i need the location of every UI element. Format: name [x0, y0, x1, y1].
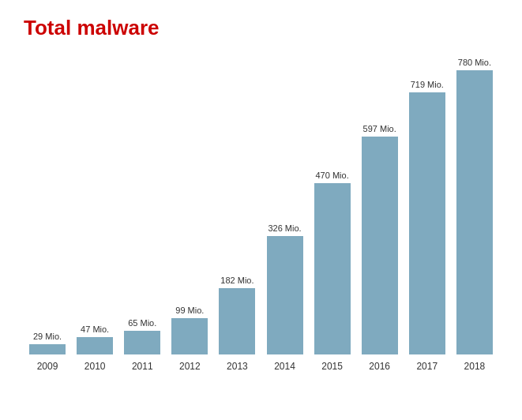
bar-year-label-2016: 2016	[369, 361, 390, 372]
bar-year-label-2017: 2017	[416, 361, 438, 372]
bar-value-label-2015: 470 Mio.	[316, 171, 349, 180]
chart-title: Total malware	[24, 16, 506, 40]
bar-2013	[219, 288, 255, 354]
bar-value-label-2017: 719 Mio.	[411, 80, 444, 89]
bar-2017	[409, 92, 445, 354]
bar-year-label-2013: 2013	[227, 361, 248, 372]
bar-year-label-2009: 2009	[37, 361, 58, 372]
bar-value-label-2014: 326 Mio.	[268, 223, 301, 233]
bar-value-label-2016: 597 Mio.	[363, 124, 396, 133]
bar-value-label-2013: 182 Mio.	[220, 276, 253, 285]
bar-2012	[171, 318, 208, 354]
bar-year-label-2011: 2011	[132, 361, 153, 372]
bar-group-2015: 470 Mio.2015	[309, 56, 356, 372]
bar-year-label-2015: 2015	[321, 361, 343, 372]
bar-group-2014: 326 Mio.2014	[261, 56, 308, 372]
bar-2011	[124, 331, 160, 354]
bar-2009	[29, 344, 66, 354]
bar-group-2017: 719 Mio.2017	[404, 56, 451, 372]
bar-group-2010: 47 Mio.2010	[71, 56, 118, 372]
bar-value-label-2012: 99 Mio.	[175, 306, 204, 315]
bar-value-label-2011: 65 Mio.	[128, 318, 156, 328]
bar-value-label-2009: 29 Mio.	[33, 332, 62, 341]
bar-year-label-2012: 2012	[179, 361, 201, 372]
bar-group-2011: 65 Mio.2011	[118, 56, 166, 372]
bar-2010	[77, 337, 113, 354]
bar-2018	[456, 70, 493, 354]
bar-value-label-2010: 47 Mio.	[81, 324, 109, 334]
bar-group-2013: 182 Mio.2013	[213, 56, 261, 372]
bar-group-2016: 597 Mio.2016	[356, 56, 404, 372]
bar-2015	[314, 183, 351, 354]
bar-2016	[362, 137, 398, 354]
bar-group-2009: 29 Mio.2009	[24, 56, 71, 372]
bar-year-label-2014: 2014	[274, 361, 295, 372]
chart-area: 29 Mio.200947 Mio.201065 Mio.201199 Mio.…	[16, 56, 506, 372]
bar-group-2012: 99 Mio.2012	[166, 56, 213, 372]
bar-group-2018: 780 Mio.2018	[451, 56, 498, 372]
bar-2014	[267, 236, 303, 354]
bar-value-label-2018: 780 Mio.	[458, 58, 491, 67]
chart-container: Total malware 29 Mio.200947 Mio.201065 M…	[0, 0, 522, 420]
bar-year-label-2010: 2010	[84, 361, 106, 372]
bar-year-label-2018: 2018	[464, 361, 486, 372]
